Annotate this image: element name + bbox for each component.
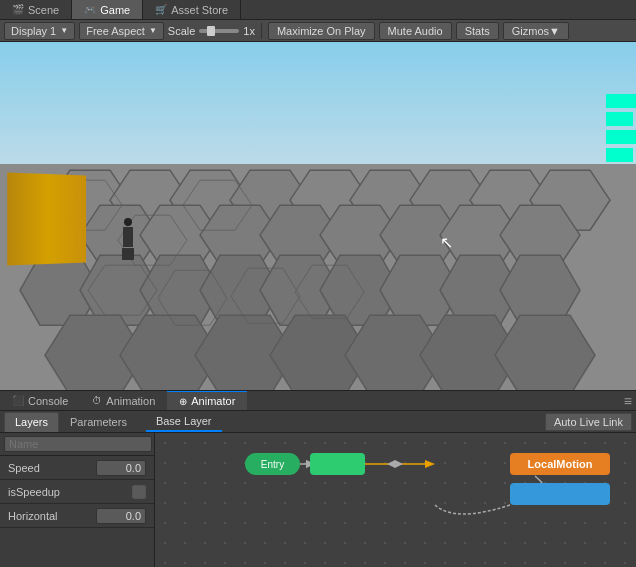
char-body xyxy=(123,227,133,247)
scale-control: Scale 1x xyxy=(168,25,255,37)
gizmos-dropdown-arrow: ▼ xyxy=(549,25,560,37)
asset-store-icon: 🛒 xyxy=(155,4,167,15)
char-leg-right xyxy=(128,248,132,260)
cyan-bar-1 xyxy=(606,94,636,108)
state-node-green[interactable] xyxy=(310,453,365,475)
mouse-cursor: ↖ xyxy=(440,233,453,252)
panel-options-btn[interactable]: ≡ xyxy=(624,393,636,409)
tab-game[interactable]: 🎮 Game xyxy=(72,0,143,19)
svg-marker-54 xyxy=(387,460,403,468)
maximize-on-play-btn[interactable]: Maximize On Play xyxy=(268,22,375,40)
state-node-localmotion[interactable]: LocalMotion xyxy=(510,453,610,475)
aspect-dropdown-arrow: ▼ xyxy=(149,26,157,35)
tab-asset-store[interactable]: 🛒 Asset Store xyxy=(143,0,241,19)
param-search-row: + xyxy=(0,433,154,456)
aspect-selector[interactable]: Free Aspect ▼ xyxy=(79,22,164,40)
game-icon: 🎮 xyxy=(84,4,96,15)
tab-animation[interactable]: ⏱ Animation xyxy=(80,391,167,410)
svg-marker-53 xyxy=(425,460,435,468)
param-row-speed: Speed xyxy=(0,456,154,480)
bottom-tab-bar: ⬛ Console ⏱ Animation ⊕ Animator ≡ xyxy=(0,391,636,411)
param-value-horizontal[interactable] xyxy=(96,508,146,524)
sub-tab-parameters[interactable]: Parameters xyxy=(59,412,138,432)
animator-sub-tab-bar: Layers Parameters Base Layer Auto Live L… xyxy=(0,411,636,433)
game-toolbar: Display 1 ▼ Free Aspect ▼ Scale 1x Maxim… xyxy=(0,20,636,42)
game-viewport: ↖ xyxy=(0,42,636,390)
char-legs xyxy=(122,248,134,260)
display-dropdown-arrow: ▼ xyxy=(60,26,68,35)
scene-icon: 🎬 xyxy=(12,4,24,15)
cyan-bar-3 xyxy=(606,130,636,144)
top-tab-bar: 🎬 Scene 🎮 Game 🛒 Asset Store xyxy=(0,0,636,20)
stats-btn[interactable]: Stats xyxy=(456,22,499,40)
animator-graph[interactable]: Entry LocalMotion xyxy=(155,433,636,567)
param-value-speed[interactable] xyxy=(96,460,146,476)
auto-live-link-btn[interactable]: Auto Live Link xyxy=(545,413,632,431)
character xyxy=(120,218,136,258)
param-checkbox-isspeedup[interactable] xyxy=(132,485,146,499)
param-left-panel: + Speed isSpeedup Horizontal xyxy=(0,433,155,567)
char-head xyxy=(124,218,132,226)
param-name-speed: Speed xyxy=(8,462,96,474)
sub-tab-layers[interactable]: Layers xyxy=(4,412,59,432)
console-icon: ⬛ xyxy=(12,395,24,406)
gizmos-btn[interactable]: Gizmos ▼ xyxy=(503,22,569,40)
state-node-blue[interactable] xyxy=(510,483,610,505)
scale-slider[interactable] xyxy=(199,29,239,33)
animator-icon: ⊕ xyxy=(179,396,187,407)
param-search-input[interactable] xyxy=(4,436,152,452)
tab-animator[interactable]: ⊕ Animator xyxy=(167,391,247,410)
bottom-panel: ⬛ Console ⏱ Animation ⊕ Animator ≡ Layer… xyxy=(0,390,636,567)
char-leg-left xyxy=(122,248,126,260)
param-row-isspeedup: isSpeedup xyxy=(0,480,154,504)
animation-icon: ⏱ xyxy=(92,395,102,406)
param-row-horizontal: Horizontal xyxy=(0,504,154,528)
cyan-bar-2 xyxy=(606,112,633,126)
param-name-horizontal: Horizontal xyxy=(8,510,96,522)
yellow-wall xyxy=(7,173,86,266)
param-panel: + Speed isSpeedup Horizontal xyxy=(0,433,636,567)
param-name-isspeedup: isSpeedup xyxy=(8,486,132,498)
entry-node[interactable]: Entry xyxy=(245,453,300,475)
tab-console[interactable]: ⬛ Console xyxy=(0,391,80,410)
hex-floor xyxy=(0,164,636,390)
mute-audio-btn[interactable]: Mute Audio xyxy=(379,22,452,40)
toolbar-separator-1 xyxy=(261,23,262,39)
cyan-bar-4 xyxy=(606,148,633,162)
display-selector[interactable]: Display 1 ▼ xyxy=(4,22,75,40)
tab-scene[interactable]: 🎬 Scene xyxy=(0,0,72,19)
base-layer-tab[interactable]: Base Layer xyxy=(146,412,222,432)
